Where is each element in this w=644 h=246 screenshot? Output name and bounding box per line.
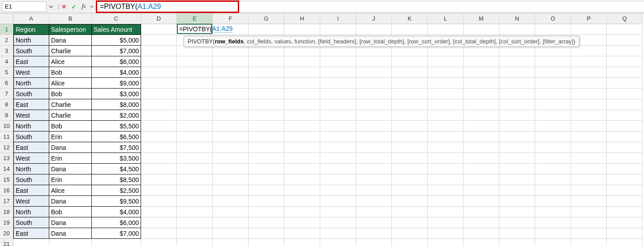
cell[interactable]: [392, 217, 428, 228]
cell[interactable]: [141, 99, 177, 110]
cell[interactable]: [392, 56, 428, 67]
table-data-cell[interactable]: $7,500: [92, 142, 141, 153]
cell[interactable]: [320, 196, 356, 207]
table-data-cell[interactable]: Bob: [49, 67, 92, 78]
table-data-cell[interactable]: $9,000: [92, 78, 141, 89]
cell[interactable]: [535, 142, 571, 153]
cell[interactable]: [177, 121, 213, 131]
cell[interactable]: [428, 174, 464, 185]
cell[interactable]: [428, 164, 464, 174]
cell[interactable]: [535, 121, 571, 131]
cell[interactable]: [141, 110, 177, 121]
cancel-button[interactable]: ✕: [59, 2, 69, 12]
cell[interactable]: [249, 46, 284, 56]
cell[interactable]: [141, 35, 177, 46]
cell[interactable]: [141, 121, 177, 131]
cell[interactable]: [249, 131, 284, 142]
row-header[interactable]: 20: [0, 228, 13, 239]
cell[interactable]: [392, 153, 428, 164]
cell[interactable]: [464, 78, 499, 89]
cell[interactable]: [571, 46, 607, 56]
cell[interactable]: [213, 239, 249, 246]
cell[interactable]: [249, 196, 284, 207]
cell[interactable]: [320, 153, 356, 164]
table-data-cell[interactable]: $6,000: [92, 217, 141, 228]
cell[interactable]: [392, 185, 428, 196]
table-data-cell[interactable]: Dana: [49, 228, 92, 239]
table-data-cell[interactable]: $2,000: [92, 110, 141, 121]
cell[interactable]: [464, 121, 499, 131]
cell[interactable]: [392, 46, 428, 56]
cell[interactable]: [356, 217, 392, 228]
column-header[interactable]: P: [571, 13, 607, 24]
cell[interactable]: [464, 174, 499, 185]
table-data-cell[interactable]: $3,500: [92, 153, 141, 164]
cell[interactable]: [499, 56, 535, 67]
cell[interactable]: [428, 67, 464, 78]
cell[interactable]: [392, 228, 428, 239]
cell[interactable]: [607, 121, 643, 131]
cell[interactable]: [499, 239, 535, 246]
cell[interactable]: [607, 217, 643, 228]
row-header[interactable]: 12: [0, 142, 13, 153]
cell[interactable]: [356, 121, 392, 131]
column-header[interactable]: H: [284, 13, 320, 24]
cell[interactable]: [499, 196, 535, 207]
cell[interactable]: [499, 131, 535, 142]
cell[interactable]: [284, 164, 320, 174]
cell[interactable]: [320, 99, 356, 110]
table-data-cell[interactable]: $5,500: [92, 121, 141, 131]
table-data-cell[interactable]: Charlie: [49, 46, 92, 56]
cell[interactable]: [499, 174, 535, 185]
cell[interactable]: [320, 67, 356, 78]
cell[interactable]: [320, 56, 356, 67]
table-data-cell[interactable]: South: [13, 89, 49, 99]
cell[interactable]: [213, 185, 249, 196]
cell[interactable]: [356, 228, 392, 239]
cell[interactable]: [177, 78, 213, 89]
cell[interactable]: [141, 239, 177, 246]
cell[interactable]: [428, 89, 464, 99]
cell[interactable]: [284, 78, 320, 89]
table-data-cell[interactable]: East: [13, 228, 49, 239]
cell[interactable]: [141, 196, 177, 207]
cell[interactable]: [535, 164, 571, 174]
cell[interactable]: [607, 153, 643, 164]
cell[interactable]: [141, 142, 177, 153]
cell[interactable]: [464, 131, 499, 142]
cell[interactable]: [356, 207, 392, 217]
cell[interactable]: [141, 56, 177, 67]
cell[interactable]: [392, 78, 428, 89]
table-data-cell[interactable]: South: [13, 46, 49, 56]
table-data-cell[interactable]: $4,000: [92, 207, 141, 217]
cell[interactable]: [141, 78, 177, 89]
cell[interactable]: [464, 46, 499, 56]
column-header[interactable]: B: [49, 13, 92, 24]
cell[interactable]: [284, 99, 320, 110]
cell[interactable]: [392, 89, 428, 99]
table-data-cell[interactable]: North: [13, 207, 49, 217]
cell[interactable]: [499, 217, 535, 228]
cell[interactable]: [607, 35, 643, 46]
cell[interactable]: [356, 153, 392, 164]
row-header[interactable]: 4: [0, 56, 13, 67]
cell[interactable]: [177, 207, 213, 217]
table-data-cell[interactable]: $4,500: [92, 164, 141, 174]
cell[interactable]: [249, 207, 284, 217]
cell[interactable]: [213, 142, 249, 153]
enter-button[interactable]: ✓: [69, 2, 79, 12]
cell[interactable]: [392, 174, 428, 185]
cell[interactable]: [571, 67, 607, 78]
cell[interactable]: [535, 99, 571, 110]
column-header[interactable]: E: [177, 13, 213, 24]
cell[interactable]: [464, 110, 499, 121]
cell[interactable]: [428, 153, 464, 164]
cell[interactable]: [177, 239, 213, 246]
cell[interactable]: [356, 78, 392, 89]
cell[interactable]: [499, 207, 535, 217]
cell[interactable]: [320, 239, 356, 246]
row-header[interactable]: 10: [0, 121, 13, 131]
cell[interactable]: [320, 164, 356, 174]
cell[interactable]: [464, 142, 499, 153]
cell[interactable]: [320, 46, 356, 56]
